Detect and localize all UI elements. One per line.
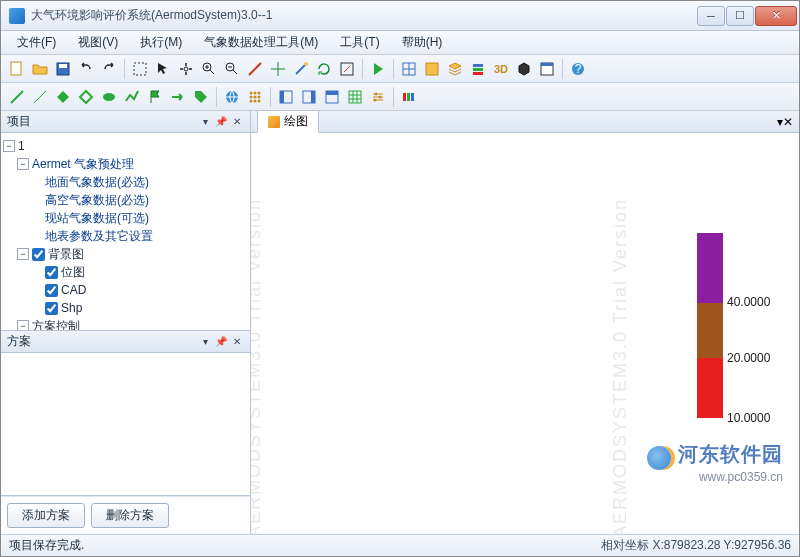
tree-aermet-item[interactable]: 地表参数及其它设置: [45, 228, 153, 245]
diamond-outline-icon[interactable]: [76, 87, 96, 107]
zoom-out-icon[interactable]: [222, 59, 242, 79]
panel-pin-icon[interactable]: 📌: [214, 335, 228, 349]
project-tree[interactable]: −1 −Aermet 气象预处理 地面气象数据(必选) 高空气象数据(必选) 现…: [1, 133, 250, 331]
maximize-button[interactable]: ☐: [726, 6, 754, 26]
tree-aermet-item[interactable]: 现站气象数据(可选): [45, 210, 149, 227]
edit-icon[interactable]: [337, 59, 357, 79]
stack-icon[interactable]: [468, 59, 488, 79]
measure-icon[interactable]: [245, 59, 265, 79]
tree-aermet-item[interactable]: 地面气象数据(必选): [45, 174, 149, 191]
status-message: 项目保存完成.: [9, 537, 601, 554]
delete-plan-button[interactable]: 删除方案: [91, 503, 169, 528]
svg-point-23: [250, 95, 253, 98]
crosshair-icon[interactable]: [268, 59, 288, 79]
menu-help[interactable]: 帮助(H): [392, 31, 453, 54]
tree-bg-cad-check[interactable]: [45, 284, 58, 297]
save-icon[interactable]: [53, 59, 73, 79]
grid2-icon[interactable]: [422, 59, 442, 79]
minimize-button[interactable]: ─: [697, 6, 725, 26]
panel-a-icon[interactable]: [276, 87, 296, 107]
panel-pin-icon[interactable]: 📌: [214, 115, 228, 129]
add-plan-button[interactable]: 添加方案: [7, 503, 85, 528]
polyline-icon[interactable]: [122, 87, 142, 107]
line-thin-icon[interactable]: [30, 87, 50, 107]
svg-point-26: [250, 99, 253, 102]
plan-list[interactable]: [1, 353, 250, 496]
menu-file[interactable]: 文件(F): [7, 31, 66, 54]
menu-run[interactable]: 执行(M): [130, 31, 192, 54]
status-coordinates: 相对坐标 X:879823.28 Y:927956.36: [601, 537, 791, 554]
select-rect-icon[interactable]: [130, 59, 150, 79]
slider-icon[interactable]: [368, 87, 388, 107]
pan-icon[interactable]: [176, 59, 196, 79]
help-icon[interactable]: ?: [568, 59, 588, 79]
tree-bg-item[interactable]: Shp: [61, 301, 82, 315]
window-icon[interactable]: [537, 59, 557, 79]
tree-bg-shp-check[interactable]: [45, 302, 58, 315]
draw-tab-label: 绘图: [284, 113, 308, 130]
svg-rect-34: [326, 91, 338, 95]
draw-tab[interactable]: 绘图: [257, 110, 319, 133]
tree-root[interactable]: 1: [18, 139, 25, 153]
menu-view[interactable]: 视图(V): [68, 31, 128, 54]
new-icon[interactable]: [7, 59, 27, 79]
wand-icon[interactable]: [291, 59, 311, 79]
panel-c-icon[interactable]: [322, 87, 342, 107]
globe-icon[interactable]: [222, 87, 242, 107]
redo-icon[interactable]: [99, 59, 119, 79]
panel-dropdown-icon[interactable]: ▾: [198, 115, 212, 129]
svg-point-21: [254, 91, 257, 94]
watermark: AERMODSYSTEM3.0 Trial Version: [610, 198, 631, 534]
svg-point-25: [258, 95, 261, 98]
zoom-in-icon[interactable]: [199, 59, 219, 79]
close-button[interactable]: ✕: [755, 6, 797, 26]
tree-bg-bitmap-check[interactable]: [45, 266, 58, 279]
svg-point-37: [379, 95, 382, 98]
tree-bg-item[interactable]: 位图: [61, 264, 85, 281]
svg-rect-40: [407, 93, 410, 101]
legend-value: 10.0000: [727, 411, 770, 425]
layers-icon[interactable]: [445, 59, 465, 79]
diamond-fill-icon[interactable]: [53, 87, 73, 107]
cube-icon[interactable]: [514, 59, 534, 79]
grid1-icon[interactable]: [399, 59, 419, 79]
undo-icon[interactable]: [76, 59, 96, 79]
flag-icon[interactable]: [145, 87, 165, 107]
svg-rect-2: [59, 64, 67, 68]
menu-met-tools[interactable]: 气象数据处理工具(M): [194, 31, 328, 54]
panel-dropdown-icon[interactable]: ▾: [198, 335, 212, 349]
menu-tools[interactable]: 工具(T): [330, 31, 389, 54]
panel-b-icon[interactable]: [299, 87, 319, 107]
tag-icon[interactable]: [191, 87, 211, 107]
site-logo-icon: [647, 446, 671, 470]
tree-bg[interactable]: 背景图: [48, 246, 84, 263]
panel-close-icon[interactable]: ✕: [783, 115, 793, 129]
panel-d-icon[interactable]: [345, 87, 365, 107]
draw-tabbar: 绘图 ▾ ✕: [251, 111, 799, 133]
threeD-icon[interactable]: 3D: [491, 59, 511, 79]
project-panel-title: 项目: [7, 113, 196, 130]
open-icon[interactable]: [30, 59, 50, 79]
line-green-icon[interactable]: [7, 87, 27, 107]
palette-icon[interactable]: [399, 87, 419, 107]
grid-dots-icon[interactable]: [245, 87, 265, 107]
ellipse-icon[interactable]: [99, 87, 119, 107]
tree-bg-check[interactable]: [32, 248, 45, 261]
arrow-icon[interactable]: [168, 87, 188, 107]
tree-bg-item[interactable]: CAD: [61, 283, 86, 297]
pointer-icon[interactable]: [153, 59, 173, 79]
tree-plan-control[interactable]: 方案控制: [32, 318, 80, 332]
refresh-icon[interactable]: [314, 59, 334, 79]
app-icon: [9, 8, 25, 24]
panel-close-icon[interactable]: ✕: [230, 115, 244, 129]
draw-canvas[interactable]: AERMODSYSTEM3.0 Trial Version AERMODSYST…: [251, 133, 799, 534]
run-icon[interactable]: [368, 59, 388, 79]
tree-aermet[interactable]: Aermet 气象预处理: [32, 156, 134, 173]
site-name: 河东软件园: [678, 443, 783, 465]
tree-aermet-item[interactable]: 高空气象数据(必选): [45, 192, 149, 209]
titlebar: 大气环境影响评价系统(AermodSystem)3.0--1 ─ ☐ ✕: [1, 1, 799, 31]
svg-point-28: [258, 99, 261, 102]
panel-close-icon[interactable]: ✕: [230, 335, 244, 349]
menubar: 文件(F) 视图(V) 执行(M) 气象数据处理工具(M) 工具(T) 帮助(H…: [1, 31, 799, 55]
statusbar: 项目保存完成. 相对坐标 X:879823.28 Y:927956.36: [1, 534, 799, 556]
